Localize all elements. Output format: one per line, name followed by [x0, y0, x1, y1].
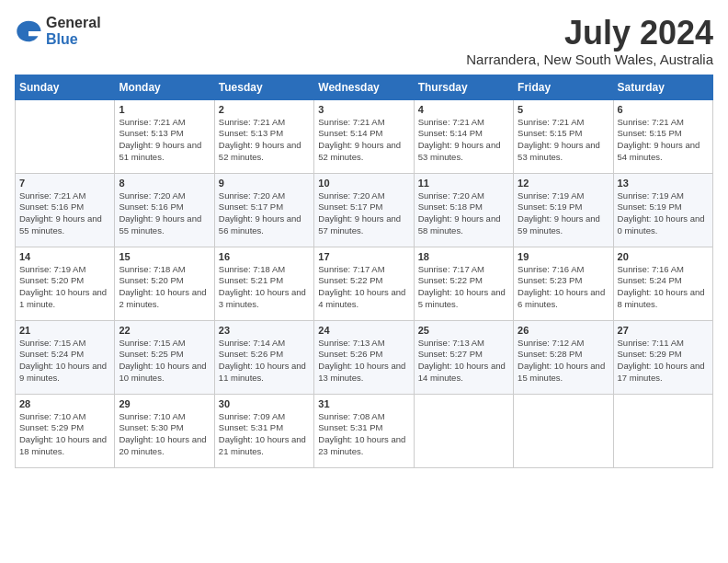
day-number: 28 [19, 398, 110, 409]
calendar-cell: 4Sunrise: 7:21 AM Sunset: 5:14 PM Daylig… [414, 99, 513, 173]
cell-content: Sunrise: 7:20 AM Sunset: 5:18 PM Dayligh… [418, 190, 509, 237]
day-number: 20 [618, 251, 709, 262]
day-number: 8 [119, 178, 210, 189]
cell-content: Sunrise: 7:16 AM Sunset: 5:23 PM Dayligh… [518, 264, 609, 311]
calendar-cell: 6Sunrise: 7:21 AM Sunset: 5:15 PM Daylig… [613, 99, 712, 173]
calendar-cell: 7Sunrise: 7:21 AM Sunset: 5:16 PM Daylig… [16, 173, 115, 247]
day-number: 26 [518, 325, 609, 336]
calendar-cell: 25Sunrise: 7:13 AM Sunset: 5:27 PM Dayli… [414, 320, 513, 394]
day-number: 25 [418, 325, 509, 336]
logo-icon [15, 17, 42, 45]
calendar-week-row: 14Sunrise: 7:19 AM Sunset: 5:20 PM Dayli… [16, 247, 713, 320]
day-number: 7 [19, 178, 110, 189]
calendar-cell: 17Sunrise: 7:17 AM Sunset: 5:22 PM Dayli… [314, 247, 414, 320]
day-number: 4 [418, 104, 509, 115]
day-number: 2 [219, 104, 310, 115]
calendar-cell [414, 394, 513, 467]
cell-content: Sunrise: 7:11 AM Sunset: 5:29 PM Dayligh… [618, 338, 709, 385]
day-number: 9 [219, 178, 310, 189]
day-number: 18 [418, 251, 509, 262]
cell-content: Sunrise: 7:19 AM Sunset: 5:20 PM Dayligh… [19, 264, 110, 311]
calendar-cell: 21Sunrise: 7:15 AM Sunset: 5:24 PM Dayli… [16, 320, 115, 394]
logo-text: General Blue [46, 15, 101, 47]
calendar-cell: 8Sunrise: 7:20 AM Sunset: 5:16 PM Daylig… [115, 173, 214, 247]
calendar-cell [514, 394, 613, 467]
calendar-cell: 24Sunrise: 7:13 AM Sunset: 5:26 PM Dayli… [314, 320, 414, 394]
calendar-cell: 22Sunrise: 7:15 AM Sunset: 5:25 PM Dayli… [115, 320, 214, 394]
day-number: 23 [219, 325, 310, 336]
day-number: 21 [19, 325, 110, 336]
weekday-header: Friday [514, 75, 613, 99]
cell-content: Sunrise: 7:20 AM Sunset: 5:16 PM Dayligh… [119, 190, 210, 237]
cell-content: Sunrise: 7:14 AM Sunset: 5:26 PM Dayligh… [219, 338, 310, 385]
day-number: 30 [219, 398, 310, 409]
cell-content: Sunrise: 7:13 AM Sunset: 5:27 PM Dayligh… [418, 338, 509, 385]
cell-content: Sunrise: 7:08 AM Sunset: 5:31 PM Dayligh… [318, 411, 409, 458]
cell-content: Sunrise: 7:13 AM Sunset: 5:26 PM Dayligh… [318, 338, 409, 385]
calendar-cell: 14Sunrise: 7:19 AM Sunset: 5:20 PM Dayli… [16, 247, 115, 320]
calendar-cell [613, 394, 712, 467]
day-number: 14 [19, 251, 110, 262]
day-number: 13 [618, 178, 709, 189]
cell-content: Sunrise: 7:17 AM Sunset: 5:22 PM Dayligh… [418, 264, 509, 311]
day-number: 3 [318, 104, 409, 115]
day-number: 16 [219, 251, 310, 262]
day-number: 31 [318, 398, 409, 409]
calendar-cell: 10Sunrise: 7:20 AM Sunset: 5:17 PM Dayli… [314, 173, 414, 247]
cell-content: Sunrise: 7:09 AM Sunset: 5:31 PM Dayligh… [219, 411, 310, 458]
calendar-cell: 20Sunrise: 7:16 AM Sunset: 5:24 PM Dayli… [613, 247, 712, 320]
calendar-cell: 5Sunrise: 7:21 AM Sunset: 5:15 PM Daylig… [514, 99, 613, 173]
cell-content: Sunrise: 7:21 AM Sunset: 5:13 PM Dayligh… [219, 117, 310, 164]
day-number: 1 [119, 104, 210, 115]
day-number: 17 [318, 251, 409, 262]
cell-content: Sunrise: 7:21 AM Sunset: 5:15 PM Dayligh… [618, 117, 709, 164]
cell-content: Sunrise: 7:20 AM Sunset: 5:17 PM Dayligh… [219, 190, 310, 237]
title-block: July 2024 Narrandera, New South Wales, A… [466, 15, 713, 67]
calendar-header: SundayMondayTuesdayWednesdayThursdayFrid… [16, 75, 713, 99]
calendar-week-row: 1Sunrise: 7:21 AM Sunset: 5:13 PM Daylig… [16, 99, 713, 173]
cell-content: Sunrise: 7:10 AM Sunset: 5:29 PM Dayligh… [19, 411, 110, 458]
cell-content: Sunrise: 7:18 AM Sunset: 5:20 PM Dayligh… [119, 264, 210, 311]
cell-content: Sunrise: 7:10 AM Sunset: 5:30 PM Dayligh… [119, 411, 210, 458]
calendar-cell: 2Sunrise: 7:21 AM Sunset: 5:13 PM Daylig… [214, 99, 313, 173]
calendar-table: SundayMondayTuesdayWednesdayThursdayFrid… [15, 75, 713, 468]
calendar-body: 1Sunrise: 7:21 AM Sunset: 5:13 PM Daylig… [16, 99, 713, 467]
cell-content: Sunrise: 7:17 AM Sunset: 5:22 PM Dayligh… [318, 264, 409, 311]
day-number: 15 [119, 251, 210, 262]
logo: General Blue [15, 15, 101, 47]
cell-content: Sunrise: 7:20 AM Sunset: 5:17 PM Dayligh… [318, 190, 409, 237]
calendar-week-row: 7Sunrise: 7:21 AM Sunset: 5:16 PM Daylig… [16, 173, 713, 247]
day-number: 27 [618, 325, 709, 336]
logo-general: General [46, 15, 101, 31]
cell-content: Sunrise: 7:19 AM Sunset: 5:19 PM Dayligh… [518, 190, 609, 237]
calendar-cell: 12Sunrise: 7:19 AM Sunset: 5:19 PM Dayli… [514, 173, 613, 247]
calendar-cell: 16Sunrise: 7:18 AM Sunset: 5:21 PM Dayli… [214, 247, 313, 320]
calendar-cell: 31Sunrise: 7:08 AM Sunset: 5:31 PM Dayli… [314, 394, 414, 467]
weekday-header: Saturday [613, 75, 712, 99]
page-header: General Blue July 2024 Narrandera, New S… [15, 15, 713, 67]
calendar-cell: 28Sunrise: 7:10 AM Sunset: 5:29 PM Dayli… [16, 394, 115, 467]
cell-content: Sunrise: 7:21 AM Sunset: 5:16 PM Dayligh… [19, 190, 110, 237]
calendar-cell: 19Sunrise: 7:16 AM Sunset: 5:23 PM Dayli… [514, 247, 613, 320]
cell-content: Sunrise: 7:19 AM Sunset: 5:19 PM Dayligh… [618, 190, 709, 237]
cell-content: Sunrise: 7:21 AM Sunset: 5:14 PM Dayligh… [318, 117, 409, 164]
cell-content: Sunrise: 7:21 AM Sunset: 5:15 PM Dayligh… [518, 117, 609, 164]
calendar-cell: 30Sunrise: 7:09 AM Sunset: 5:31 PM Dayli… [214, 394, 313, 467]
day-number: 22 [119, 325, 210, 336]
cell-content: Sunrise: 7:16 AM Sunset: 5:24 PM Dayligh… [618, 264, 709, 311]
calendar-cell: 27Sunrise: 7:11 AM Sunset: 5:29 PM Dayli… [613, 320, 712, 394]
weekday-header: Monday [115, 75, 214, 99]
location: Narrandera, New South Wales, Australia [466, 52, 713, 67]
calendar-cell: 13Sunrise: 7:19 AM Sunset: 5:19 PM Dayli… [613, 173, 712, 247]
cell-content: Sunrise: 7:21 AM Sunset: 5:13 PM Dayligh… [119, 117, 210, 164]
calendar-cell: 15Sunrise: 7:18 AM Sunset: 5:20 PM Dayli… [115, 247, 214, 320]
weekday-header: Wednesday [314, 75, 414, 99]
cell-content: Sunrise: 7:18 AM Sunset: 5:21 PM Dayligh… [219, 264, 310, 311]
calendar-week-row: 28Sunrise: 7:10 AM Sunset: 5:29 PM Dayli… [16, 394, 713, 467]
day-number: 24 [318, 325, 409, 336]
cell-content: Sunrise: 7:15 AM Sunset: 5:24 PM Dayligh… [19, 338, 110, 385]
calendar-cell: 29Sunrise: 7:10 AM Sunset: 5:30 PM Dayli… [115, 394, 214, 467]
cell-content: Sunrise: 7:12 AM Sunset: 5:28 PM Dayligh… [518, 338, 609, 385]
day-number: 6 [618, 104, 709, 115]
calendar-cell: 11Sunrise: 7:20 AM Sunset: 5:18 PM Dayli… [414, 173, 513, 247]
